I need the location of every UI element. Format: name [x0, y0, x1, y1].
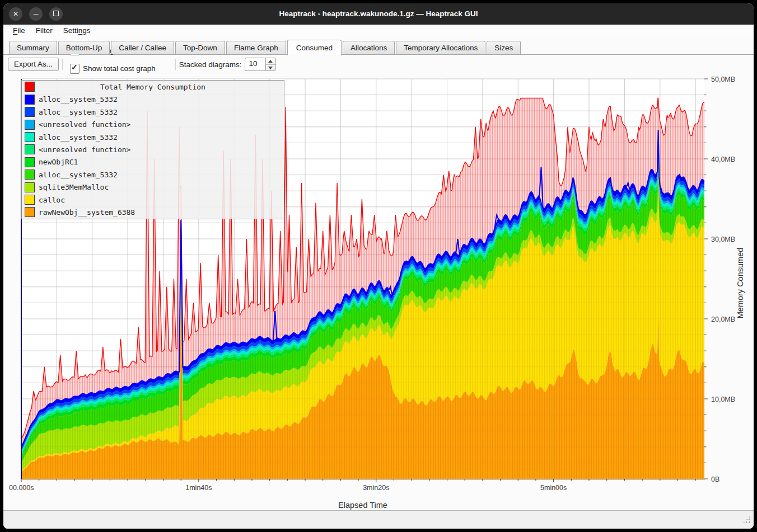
legend-label: alloc__system_5332: [39, 95, 118, 103]
legend-label: sqlite3MemMalloc: [39, 183, 109, 191]
stacked-diagrams-value[interactable]: 10: [245, 58, 265, 71]
legend-swatch: [25, 195, 35, 205]
menu-item-file[interactable]: File: [8, 25, 30, 36]
x-tick-label: 00.000s: [9, 484, 34, 492]
export-as-button[interactable]: Export As...: [8, 58, 59, 71]
legend-title-row: Total Memory Consumption: [22, 81, 284, 93]
legend-label: Total Memory Consumption: [22, 83, 284, 91]
titlebar[interactable]: ✕ ─ Heaptrack - heaptrack.wakunode.1.gz …: [3, 3, 754, 25]
legend-item: alloc__system_5332: [22, 106, 284, 118]
legend-label: rawNewObj__system_6388: [39, 208, 135, 216]
tab-bar: SummaryBottom-UpCaller / CalleeTop-DownF…: [3, 38, 754, 55]
legend-item: alloc__system_5332: [22, 131, 284, 143]
tab-top-down[interactable]: Top-Down: [175, 41, 225, 54]
x-axis-title: Elapsed Time: [21, 501, 704, 510]
legend-item: alloc__system_5332: [22, 168, 284, 181]
y-tick-label: 50,0MB: [711, 76, 735, 83]
legend-item: sqlite3MemMalloc: [22, 181, 284, 194]
tab-caller-callee[interactable]: Caller / Callee: [111, 41, 174, 54]
status-bar: [3, 510, 754, 529]
legend-item: newObjRC1: [22, 156, 284, 168]
legend-label: alloc__system_5332: [39, 171, 118, 179]
arrow-up-icon: [268, 60, 273, 63]
y-tick-label: 0B: [711, 475, 719, 483]
tab-sizes[interactable]: Sizes: [487, 41, 521, 54]
legend-item: alloc__system_5332: [22, 93, 284, 106]
x-tick-label: 5min00s: [540, 484, 567, 492]
stacked-diagrams-label: Stacked diagrams:: [179, 60, 242, 69]
tab-allocations[interactable]: Allocations: [343, 41, 395, 54]
tab-summary[interactable]: Summary: [9, 41, 57, 54]
menu-item-settings[interactable]: Settings: [58, 25, 96, 36]
legend-item: <unresolved function>: [22, 119, 284, 131]
legend-swatch: [25, 207, 35, 217]
menu-item-filter[interactable]: Filter: [31, 25, 58, 36]
legend-swatch: [25, 182, 35, 192]
legend-label: alloc__system_5332: [39, 108, 118, 116]
legend-swatch: [25, 170, 35, 180]
y-tick-label: 30,0MB: [711, 236, 735, 243]
resize-grip-icon[interactable]: [742, 515, 751, 524]
toolbar: Export As... ✓Show legend✓Show total cos…: [3, 55, 754, 74]
x-tick-label: 1min40s: [185, 484, 212, 492]
toolbar-separator: [62, 59, 63, 70]
checkmark-icon: ✓: [71, 63, 78, 72]
x-tick-label: 3min20s: [363, 484, 389, 492]
legend-swatch: [25, 132, 35, 142]
window-title: Heaptrack - heaptrack.wakunode.1.gz — He…: [3, 3, 754, 25]
legend-label: <unresolved function>: [39, 120, 130, 129]
y-tick-label: 10,0MB: [711, 396, 735, 403]
menubar: FileFilterSettings: [3, 25, 754, 38]
stacked-diagrams-stepper[interactable]: 10: [245, 58, 276, 71]
spin-down-button[interactable]: [266, 65, 275, 71]
legend-item: rawNewObj__system_6388: [22, 206, 284, 218]
arrow-down-icon: [268, 67, 273, 69]
tab-consumed[interactable]: Consumed: [287, 40, 342, 55]
tab-temporary-allocations[interactable]: Temporary Allocations: [396, 41, 485, 54]
legend-swatch: [25, 144, 35, 154]
legend-label: calloc: [39, 196, 65, 204]
app-window: ✕ ─ Heaptrack - heaptrack.wakunode.1.gz …: [3, 3, 754, 529]
chart-legend: Total Memory Consumptionalloc__system_53…: [21, 80, 284, 219]
spin-up-button[interactable]: [266, 58, 275, 65]
legend-label: newObjRC1: [39, 158, 78, 166]
legend-item: <unresolved function>: [22, 143, 284, 156]
tab-bottom-up[interactable]: Bottom-Up: [58, 41, 110, 54]
toolbar-separator: [175, 59, 176, 70]
legend-swatch: [25, 120, 35, 130]
y-axis-title: Memory Consumed: [736, 248, 745, 319]
checkbox-show-total-cost-graph[interactable]: ✓Show total cost graph: [70, 64, 168, 73]
y-tick-label: 40,0MB: [711, 156, 735, 163]
checkbox-label: Show total cost graph: [83, 64, 156, 73]
legend-item: calloc: [22, 194, 284, 206]
legend-label: <unresolved function>: [39, 145, 130, 154]
y-tick-label: 20,0MB: [711, 316, 735, 323]
legend-label: alloc__system_5332: [39, 133, 118, 142]
legend-swatch: [25, 95, 35, 105]
tab-flame-graph[interactable]: Flame Graph: [226, 41, 286, 54]
legend-swatch: [25, 107, 35, 117]
memory-consumption-chart[interactable]: 00.000s1min40s3min20s5min00s0B10,0MB20,0…: [3, 74, 754, 510]
legend-swatch: [25, 157, 35, 167]
